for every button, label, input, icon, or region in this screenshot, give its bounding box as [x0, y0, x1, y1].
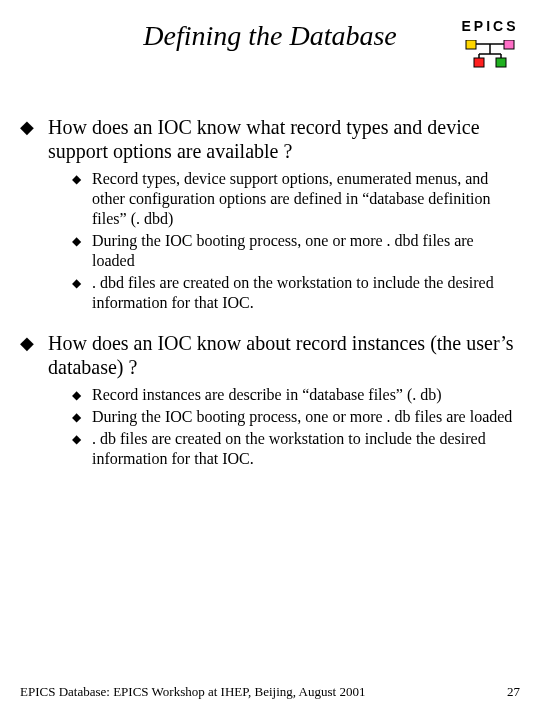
epics-logo-text: EPICS	[460, 18, 520, 34]
list-item: During the IOC booting process, one or m…	[92, 407, 520, 427]
svg-rect-9	[474, 58, 484, 67]
bullet-icon: ◆	[20, 115, 48, 139]
bullet-icon: ◆	[72, 429, 92, 449]
svg-rect-10	[496, 58, 506, 67]
page-number: 27	[507, 684, 520, 700]
bullet-icon: ◆	[20, 331, 48, 355]
bullet-icon: ◆	[72, 407, 92, 427]
list-item: During the IOC booting process, one or m…	[92, 231, 520, 271]
slide-title: Defining the Database	[60, 20, 480, 52]
bullet-icon: ◆	[72, 273, 92, 293]
list-item: . dbd files are created on the workstati…	[92, 273, 520, 313]
slide-content: ◆ How does an IOC know what record types…	[0, 90, 540, 469]
svg-rect-7	[466, 40, 476, 49]
section-heading: How does an IOC know what record types a…	[48, 115, 520, 163]
bullet-icon: ◆	[72, 169, 92, 189]
epics-logo-icon	[465, 40, 515, 68]
svg-rect-8	[504, 40, 514, 49]
bullet-icon: ◆	[72, 231, 92, 251]
list-item: Record types, device support options, en…	[92, 169, 520, 229]
epics-logo: EPICS	[460, 18, 520, 68]
slide-footer: EPICS Database: EPICS Workshop at IHEP, …	[20, 684, 520, 700]
section-heading: How does an IOC know about record instan…	[48, 331, 520, 379]
list-item: Record instances are describe in “databa…	[92, 385, 520, 405]
footer-text: EPICS Database: EPICS Workshop at IHEP, …	[20, 684, 365, 700]
list-item: . db files are created on the workstatio…	[92, 429, 520, 469]
bullet-icon: ◆	[72, 385, 92, 405]
